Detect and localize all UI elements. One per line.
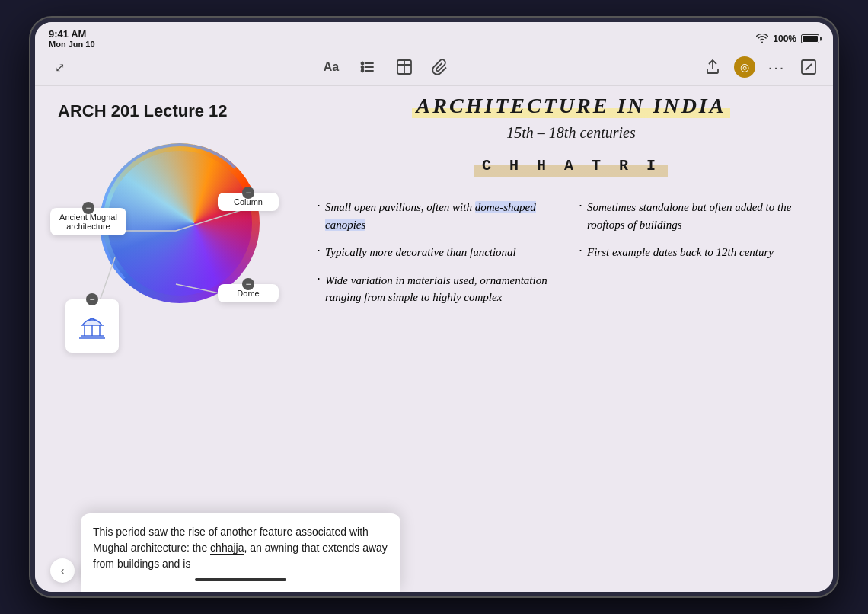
- popup-text: This period saw the rise of another feat…: [93, 524, 388, 572]
- svg-point-8: [362, 70, 364, 72]
- notes-area: ARCH 201 Lecture 12: [35, 86, 833, 592]
- bullet-col1: · Small open pavilions, often with dome-…: [317, 199, 563, 317]
- tablet-screen: 9:41 AM Mon Jun 10 100%: [35, 22, 833, 592]
- bullet-dot-3: ·: [317, 242, 321, 258]
- bullet-dot-1: ·: [317, 197, 321, 213]
- toolbar-left: ⤢: [49, 56, 70, 78]
- bullet-1-text: Small open pavilions, often with dome-sh…: [325, 199, 563, 233]
- arch-subtitle-wrap: 15th – 18th centuries: [317, 124, 825, 142]
- node-dome[interactable]: − Dome: [218, 284, 279, 302]
- arch-subtitle: 15th – 18th centuries: [506, 124, 635, 141]
- bullet-2-text: Sometimes standalone but often added to …: [587, 199, 825, 233]
- node-column-collapse[interactable]: −: [242, 187, 254, 199]
- toolbar: ⤢ Aa: [35, 52, 833, 86]
- status-right: 100%: [756, 33, 819, 45]
- bullet-3-text: Typically more decorative than functiona…: [325, 244, 516, 261]
- expand-icon[interactable]: ⤢: [49, 56, 70, 78]
- share-icon[interactable]: [702, 56, 723, 78]
- chhatri-wrap: C H H A T R I: [317, 154, 825, 190]
- chhatri-title: C H H A T R I: [474, 154, 668, 177]
- building-collapse[interactable]: −: [86, 293, 98, 305]
- status-left: 9:41 AM Mon Jun 10: [49, 28, 95, 49]
- node-ancient-mughal[interactable]: − Ancient Mughal architecture: [50, 208, 126, 235]
- battery-percentage: 100%: [773, 34, 796, 44]
- toolbar-center: Aa: [321, 56, 452, 78]
- toolbar-right: ◎ ···: [702, 56, 819, 78]
- status-date: Mon Jun 10: [49, 40, 95, 49]
- status-time: 9:41 AM: [49, 28, 95, 40]
- handwritten-area: ARCHITECTURE IN INDIA 15th – 18th centur…: [317, 94, 825, 531]
- building-node[interactable]: −: [65, 299, 119, 353]
- node-ancient-label: Ancient Mughal architecture: [58, 213, 119, 231]
- bullet-5-text: Wide variation in materials used, orname…: [325, 272, 563, 306]
- compass-button[interactable]: ◎: [734, 56, 755, 78]
- arch-title-wrap: ARCHITECTURE IN INDIA: [317, 94, 825, 120]
- list-icon[interactable]: [357, 56, 378, 78]
- svg-point-7: [362, 66, 364, 69]
- more-icon[interactable]: ···: [766, 56, 787, 78]
- attachment-icon[interactable]: [430, 56, 452, 78]
- status-bar: 9:41 AM Mon Jun 10 100%: [35, 22, 833, 52]
- bullet-2: · Sometimes standalone but often added t…: [579, 199, 825, 233]
- content-grid: · Small open pavilions, often with dome-…: [317, 199, 825, 317]
- battery-icon: [801, 34, 819, 43]
- bullet-dot-2: ·: [579, 197, 582, 213]
- main-content: ARCH 201 Lecture 12: [35, 86, 833, 592]
- bullet-dot-4: ·: [579, 242, 582, 258]
- bullet-dot-5: ·: [317, 270, 321, 286]
- popup-content: This period saw the rise of another feat…: [93, 526, 388, 570]
- svg-line-13: [806, 64, 812, 70]
- back-button[interactable]: ‹: [50, 558, 75, 583]
- bullet-4-text: First example dates back to 12th century: [587, 244, 774, 261]
- bullet-4: · First example dates back to 12th centu…: [579, 244, 825, 261]
- svg-point-6: [362, 62, 364, 65]
- mindmap-container: − Ancient Mughal architecture − Column −…: [50, 132, 309, 437]
- font-button[interactable]: Aa: [321, 56, 342, 78]
- node-column[interactable]: − Column: [218, 193, 279, 211]
- bullet-col2: · Sometimes standalone but often added t…: [579, 199, 825, 317]
- bullet-1: · Small open pavilions, often with dome-…: [317, 199, 563, 233]
- table-icon[interactable]: [394, 56, 415, 78]
- tablet-frame: 9:41 AM Mon Jun 10 100%: [30, 18, 838, 596]
- popup-scroll-indicator: [195, 578, 286, 581]
- pavilion-icon: [75, 309, 110, 344]
- edit-icon[interactable]: [798, 56, 819, 78]
- bullet-5: · Wide variation in materials used, orna…: [317, 272, 563, 306]
- wifi-icon: [756, 33, 768, 45]
- bullet-3: · Typically more decorative than functio…: [317, 244, 563, 261]
- node-collapse-btn[interactable]: −: [82, 202, 94, 214]
- arch-main-title: ARCHITECTURE IN INDIA: [412, 94, 731, 118]
- bottom-popup: This period saw the rise of another feat…: [81, 513, 400, 592]
- node-dome-collapse[interactable]: −: [242, 278, 254, 290]
